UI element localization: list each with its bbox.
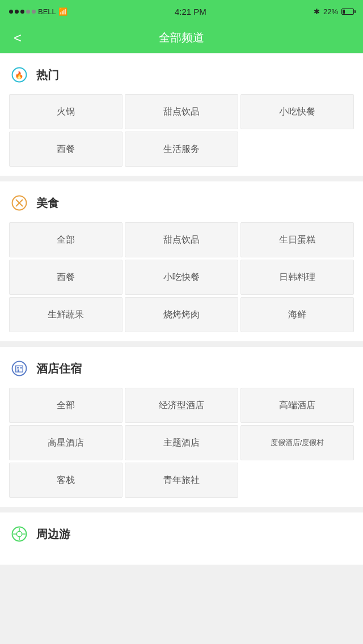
list-item[interactable]: 生日蛋糕 bbox=[240, 222, 354, 257]
list-item[interactable]: 烧烤烤肉 bbox=[125, 297, 238, 332]
food-grid: 全部 甜点饮品 生日蛋糕 西餐 小吃快餐 日韩料理 生鲜蔬果 烧烤烤肉 海鲜 bbox=[9, 222, 354, 332]
hotel-icon bbox=[9, 358, 29, 379]
content-area: 🔥 热门 火锅 甜点饮品 小吃快餐 西餐 生活服务 美食 bbox=[0, 53, 363, 565]
list-item[interactable]: 海鲜 bbox=[240, 297, 354, 332]
section-hot-title: 热门 bbox=[36, 67, 59, 83]
list-item-empty bbox=[240, 132, 354, 167]
list-item[interactable]: 小吃快餐 bbox=[240, 94, 354, 129]
section-hotel: 酒店住宿 全部 经济型酒店 高端酒店 高星酒店 主题酒店 度假酒店/度假村 客栈… bbox=[0, 347, 363, 507]
dot-3 bbox=[20, 10, 24, 14]
list-item[interactable]: 主题酒店 bbox=[125, 425, 238, 460]
section-food: 美食 全部 甜点饮品 生日蛋糕 西餐 小吃快餐 日韩料理 生鲜蔬果 烧烤烤肉 海… bbox=[0, 181, 363, 341]
svg-point-11 bbox=[16, 531, 22, 536]
list-item[interactable]: 西餐 bbox=[9, 132, 123, 167]
wifi-icon: 📶 bbox=[58, 7, 67, 16]
travel-icon bbox=[9, 524, 29, 544]
section-food-header: 美食 bbox=[9, 193, 354, 213]
section-travel: 周边游 bbox=[0, 512, 363, 565]
list-item[interactable]: 火锅 bbox=[9, 94, 123, 129]
section-hotel-header: 酒店住宿 bbox=[9, 358, 354, 379]
list-item[interactable]: 日韩料理 bbox=[240, 260, 354, 295]
list-item[interactable]: 全部 bbox=[9, 388, 123, 423]
food-icon bbox=[9, 193, 29, 213]
dot-2 bbox=[15, 10, 19, 14]
status-left: BELL 📶 bbox=[9, 7, 67, 16]
carrier-label: BELL bbox=[38, 7, 56, 16]
hot-grid: 火锅 甜点饮品 小吃快餐 西餐 生活服务 bbox=[9, 94, 354, 167]
svg-point-5 bbox=[12, 362, 27, 376]
list-item[interactable]: 西餐 bbox=[9, 260, 123, 295]
list-item[interactable]: 小吃快餐 bbox=[125, 260, 238, 295]
svg-rect-7 bbox=[18, 370, 19, 372]
svg-rect-8 bbox=[17, 367, 19, 368]
nav-title: 全部频道 bbox=[159, 30, 204, 45]
battery-fill bbox=[343, 10, 345, 14]
svg-rect-9 bbox=[20, 367, 22, 368]
nav-bar: < 全部频道 bbox=[0, 23, 363, 53]
back-button[interactable]: < bbox=[9, 26, 26, 50]
section-hot: 🔥 热门 火锅 甜点饮品 小吃快餐 西餐 生活服务 bbox=[0, 53, 363, 176]
dot-1 bbox=[9, 10, 13, 14]
list-item[interactable]: 高星酒店 bbox=[9, 425, 123, 460]
list-item[interactable]: 生鲜蔬果 bbox=[9, 297, 123, 332]
section-travel-title: 周边游 bbox=[36, 527, 70, 542]
hot-icon: 🔥 bbox=[9, 65, 29, 85]
signal-dots bbox=[9, 10, 36, 14]
list-item[interactable]: 客栈 bbox=[9, 463, 123, 498]
list-item-empty bbox=[240, 463, 354, 498]
section-food-title: 美食 bbox=[36, 196, 59, 211]
section-hot-header: 🔥 热门 bbox=[9, 65, 354, 85]
list-item[interactable]: 度假酒店/度假村 bbox=[240, 425, 354, 460]
dot-5 bbox=[32, 10, 36, 14]
list-item[interactable]: 甜点饮品 bbox=[125, 222, 238, 257]
section-hotel-title: 酒店住宿 bbox=[36, 361, 82, 376]
battery-icon bbox=[341, 9, 354, 15]
time-display: 4:21 PM bbox=[175, 7, 206, 16]
status-bar: BELL 📶 4:21 PM ✱ 22% bbox=[0, 0, 363, 23]
list-item[interactable]: 青年旅社 bbox=[125, 463, 238, 498]
list-item[interactable]: 生活服务 bbox=[125, 132, 238, 167]
battery-label: 22% bbox=[323, 7, 338, 16]
list-item[interactable]: 甜点饮品 bbox=[125, 94, 238, 129]
section-travel-header: 周边游 bbox=[9, 524, 354, 544]
status-right: ✱ 22% bbox=[314, 7, 354, 16]
bluetooth-icon: ✱ bbox=[314, 7, 320, 16]
svg-text:🔥: 🔥 bbox=[15, 71, 24, 80]
hotel-grid: 全部 经济型酒店 高端酒店 高星酒店 主题酒店 度假酒店/度假村 客栈 青年旅社 bbox=[9, 388, 354, 498]
list-item[interactable]: 高端酒店 bbox=[240, 388, 354, 423]
list-item[interactable]: 经济型酒店 bbox=[125, 388, 238, 423]
dot-4 bbox=[26, 10, 30, 14]
list-item[interactable]: 全部 bbox=[9, 222, 123, 257]
